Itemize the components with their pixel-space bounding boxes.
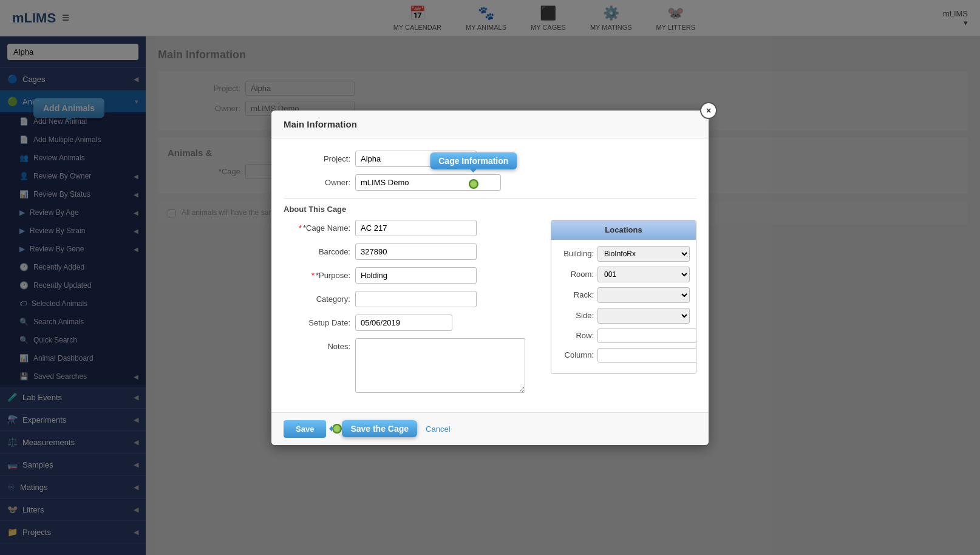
purpose-row: *Purpose: — [284, 267, 539, 284]
modal-header: Main Information — [271, 111, 709, 138]
save-button[interactable]: Save — [284, 420, 326, 438]
rack-select[interactable] — [597, 287, 690, 303]
modal-overlay: × Main Information Project: Owner: About… — [0, 0, 980, 555]
category-label: Category: — [284, 291, 350, 304]
category-input[interactable] — [355, 291, 477, 307]
side-row: Side: — [557, 308, 690, 324]
row-input[interactable] — [597, 329, 696, 343]
side-select[interactable] — [597, 308, 690, 324]
barcode-input[interactable] — [355, 243, 477, 260]
modal-footer: Save Save the Cage Cancel — [271, 412, 709, 445]
owner-input[interactable] — [355, 174, 501, 191]
cage-info-dot — [469, 179, 478, 189]
building-select[interactable]: BioInfoRx — [597, 246, 690, 262]
rack-row: Rack: — [557, 287, 690, 303]
purpose-label: *Purpose: — [284, 267, 350, 280]
rack-label: Rack: — [557, 290, 594, 299]
cage-section-title: About This Cage — [284, 205, 346, 214]
locations-body: Building: BioInfoRx Room: 001 — [551, 240, 696, 373]
save-cage-tooltip-container: Save the Cage — [332, 420, 417, 437]
save-cage-tooltip: Save the Cage — [342, 420, 417, 437]
row-row: Row: — [557, 329, 690, 343]
room-select[interactable]: 001 — [597, 267, 690, 282]
locations-header: Locations — [551, 220, 696, 240]
row-label: Row: — [557, 331, 594, 340]
modal-right-col: Locations Building: BioInfoRx Room: — [551, 220, 696, 400]
modal-two-col: *Cage Name: Barcode: *Purpose: Category: — [284, 220, 696, 400]
column-label: Column: — [557, 350, 594, 359]
owner-row: Owner: — [284, 174, 696, 191]
modal-close-button[interactable]: × — [700, 102, 717, 119]
project-label: Project: — [284, 151, 350, 163]
purpose-input[interactable] — [355, 267, 477, 284]
cancel-link[interactable]: Cancel — [426, 424, 450, 434]
modal-title: Main Information — [284, 119, 357, 129]
save-cage-dot — [332, 424, 342, 434]
category-row: Category: — [284, 291, 539, 307]
modal-body: Project: Owner: About This Cage Cage Inf… — [271, 138, 709, 412]
room-label: Room: — [557, 270, 594, 279]
modal-dialog: × Main Information Project: Owner: About… — [271, 111, 709, 445]
cage-name-label: *Cage Name: — [284, 220, 350, 233]
barcode-label: Barcode: — [284, 243, 350, 256]
building-row: Building: BioInfoRx — [557, 246, 690, 262]
column-row: Column: — [557, 348, 690, 363]
cage-name-input[interactable] — [355, 220, 477, 236]
notes-textarea[interactable] — [355, 338, 525, 393]
setup-date-input[interactable] — [355, 315, 452, 331]
column-input[interactable] — [597, 348, 696, 363]
cage-section-header: About This Cage Cage Information — [284, 205, 696, 214]
locations-box: Locations Building: BioInfoRx Room: — [551, 220, 696, 374]
building-label: Building: — [557, 249, 594, 258]
owner-label: Owner: — [284, 174, 350, 187]
notes-row: Notes: — [284, 338, 539, 393]
notes-label: Notes: — [284, 338, 350, 351]
barcode-row: Barcode: — [284, 243, 539, 260]
modal-left-col: *Cage Name: Barcode: *Purpose: Category: — [284, 220, 539, 400]
side-label: Side: — [557, 311, 594, 320]
setup-date-label: Setup Date: — [284, 315, 350, 327]
cage-name-row: *Cage Name: — [284, 220, 539, 236]
setup-date-row: Setup Date: — [284, 315, 539, 331]
cage-info-tooltip: Cage Information — [430, 152, 517, 169]
room-row: Room: 001 — [557, 267, 690, 282]
